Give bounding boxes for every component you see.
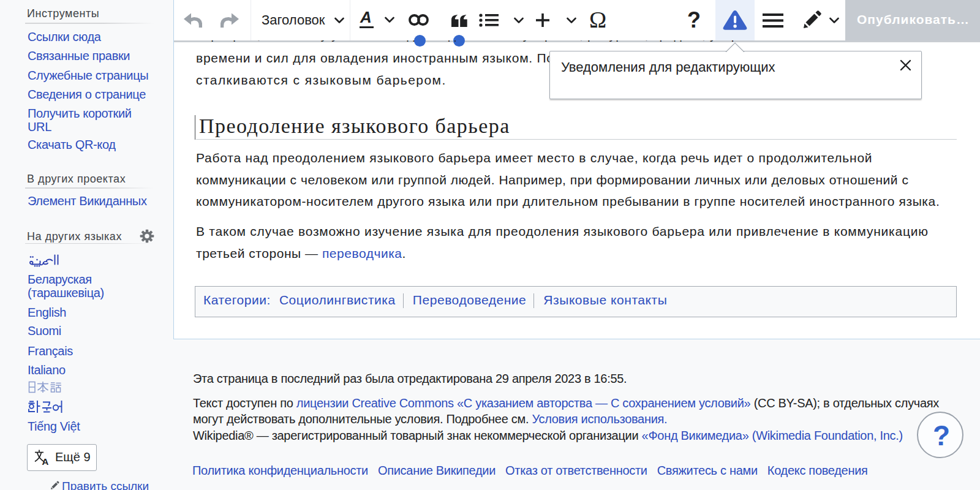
- svg-text:A: A: [42, 456, 49, 466]
